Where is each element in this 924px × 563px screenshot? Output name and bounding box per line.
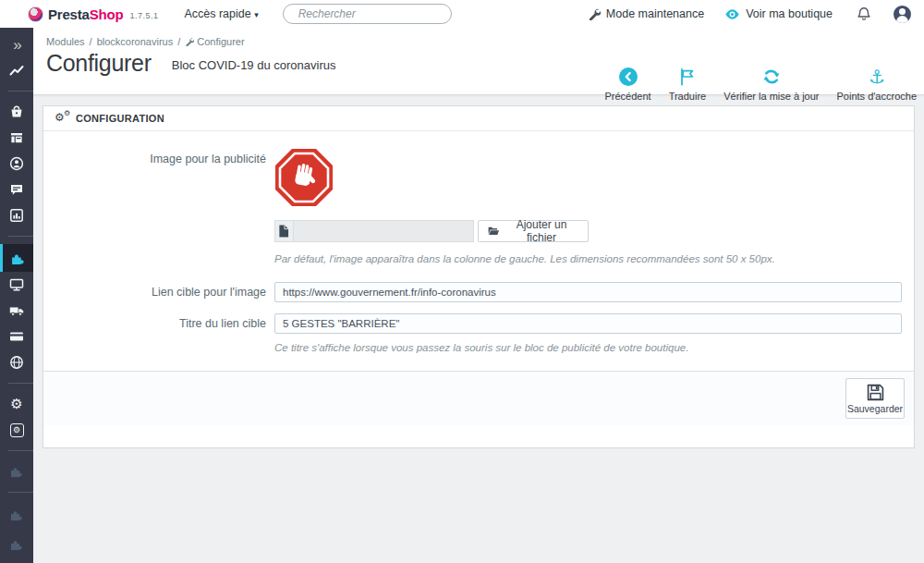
page-header: Modules / blockcoronavirus / Configurer … xyxy=(33,28,924,95)
panel-title: CONFIGURATION xyxy=(76,113,164,124)
module-puzzle-dim-icon xyxy=(9,464,24,479)
sidebar-item-module-extra-1[interactable] xyxy=(0,459,33,484)
breadcrumb: Modules / blockcoronavirus / Configurer xyxy=(33,28,924,47)
chevron-down-icon: ▾ xyxy=(254,10,259,19)
sidebar-item-shipping[interactable] xyxy=(0,298,33,324)
modules-puzzle-icon xyxy=(10,251,26,266)
check-update-button[interactable]: Vérifier la mise à jour xyxy=(723,67,819,102)
title-help-text: Ce titre s'affiche lorsque vous passez l… xyxy=(274,342,902,353)
panel-footer: Sauvegarder xyxy=(43,371,914,425)
sidebar-item-dashboard[interactable] xyxy=(0,57,33,83)
translate-button[interactable]: Traduire xyxy=(669,67,707,102)
version-label: 1.7.5.1 xyxy=(129,11,158,20)
configuration-panel: ⚙⚙ CONFIGURATION Image pour la publicité xyxy=(43,105,915,448)
top-bar: PrestaShop 1.7.5.1 Accès rapide ▾ Mode m… xyxy=(0,0,924,28)
avatar-person-icon xyxy=(899,8,906,15)
logo-text: PrestaShop xyxy=(48,6,123,22)
notifications-bell-icon[interactable] xyxy=(857,6,871,22)
sidebar-item-catalog[interactable] xyxy=(0,125,33,151)
image-help-text: Par défaut, l'image apparaîtra dans la c… xyxy=(274,253,902,264)
sync-icon xyxy=(762,67,781,86)
main-content: ⚙⚙ CONFIGURATION Image pour la publicité xyxy=(33,96,924,563)
main-menu-sidebar: » xyxy=(0,28,33,563)
sidebar-item-customers[interactable] xyxy=(0,151,33,177)
maintenance-mode-button[interactable]: Mode maintenance xyxy=(588,7,704,20)
back-circle-icon xyxy=(619,67,638,86)
sidebar-item-customer-service[interactable] xyxy=(0,177,33,202)
breadcrumb-blockcoronavirus[interactable]: blockcoronavirus xyxy=(97,36,174,47)
sidebar-divider xyxy=(8,236,33,237)
sidebar-item-international[interactable] xyxy=(0,349,33,375)
wrench-icon xyxy=(588,7,601,20)
folder-open-icon xyxy=(488,226,499,237)
module-puzzle-dim-icon xyxy=(9,537,24,552)
link-field-label: Lien cible pour l'image xyxy=(43,282,274,302)
sidebar-item-module-extra-3[interactable] xyxy=(0,532,33,557)
global-search[interactable] xyxy=(283,4,452,24)
add-file-button[interactable]: Ajouter un fichier xyxy=(478,220,589,242)
configuration-form: Image pour la publicité xyxy=(43,131,914,447)
catalog-store-icon xyxy=(9,130,24,145)
cogs-icon: ⚙⚙ xyxy=(55,112,70,125)
prestashop-logo[interactable]: PrestaShop 1.7.5.1 xyxy=(0,6,158,22)
sidebar-item-payment[interactable] xyxy=(0,324,33,349)
dashboard-chart-icon xyxy=(9,63,24,78)
panel-header: ⚙⚙ CONFIGURATION xyxy=(43,106,914,131)
module-puzzle-dim-icon xyxy=(9,508,24,522)
design-monitor-icon xyxy=(9,277,24,292)
link-url-input[interactable] xyxy=(274,282,902,302)
maintenance-mode-label: Mode maintenance xyxy=(606,7,704,20)
topbar-right: Mode maintenance Voir ma boutique xyxy=(567,6,924,23)
sidebar-item-modules-active[interactable] xyxy=(0,244,33,272)
stats-icon xyxy=(9,208,24,223)
previous-button[interactable]: Précédent xyxy=(604,67,650,102)
view-shop-button[interactable]: Voir ma boutique xyxy=(724,7,833,20)
wrench-icon xyxy=(185,37,194,46)
prestashop-logo-icon xyxy=(28,6,43,22)
view-shop-label: Voir ma boutique xyxy=(746,7,833,20)
page-title: Configurer xyxy=(46,50,152,77)
international-globe-icon xyxy=(9,355,24,370)
quick-access-dropdown[interactable]: Accès rapide ▾ xyxy=(184,7,258,20)
user-profile-avatar[interactable] xyxy=(894,6,911,23)
link-row: Lien cible pour l'image xyxy=(43,282,914,302)
title-row-field: Titre du lien cible Ce titre s'affiche l… xyxy=(43,313,914,353)
file-name-zone xyxy=(294,220,474,242)
shop-parameters-gear-icon: ⚙ xyxy=(10,398,22,411)
sidebar-item-shop-parameters[interactable]: ⚙ xyxy=(0,391,33,417)
shipping-truck-icon xyxy=(9,303,24,318)
image-row: Image pour la publicité xyxy=(43,148,914,264)
page-subtitle: Bloc COVID-19 du coronavirus xyxy=(172,58,336,77)
breadcrumb-current: Configurer xyxy=(197,36,244,47)
customer-service-chat-icon xyxy=(9,182,24,197)
sidebar-divider xyxy=(8,492,33,493)
flag-icon xyxy=(678,67,697,86)
breadcrumb-modules[interactable]: Modules xyxy=(46,36,85,47)
hook-points-button[interactable]: ⚓ Points d'accroche xyxy=(837,67,917,102)
search-input[interactable] xyxy=(298,7,444,20)
sidebar-item-advanced-parameters[interactable]: ⚙ xyxy=(0,417,33,443)
sidebar-item-orders[interactable] xyxy=(0,99,33,125)
file-prepend-box xyxy=(274,220,294,242)
save-button[interactable]: Sauvegarder xyxy=(845,378,905,419)
page-toolbar: Précédent Traduire Vérifier la mise à xyxy=(587,67,917,102)
double-chevron-icon: » xyxy=(13,37,19,53)
file-icon xyxy=(278,225,289,238)
sidebar-collapse-toggle[interactable]: » xyxy=(0,31,33,57)
floppy-disk-icon xyxy=(867,384,884,401)
sidebar-item-stats[interactable] xyxy=(0,202,33,228)
file-upload-group: Ajouter un fichier xyxy=(274,220,589,242)
link-title-input[interactable] xyxy=(274,313,902,334)
advanced-parameters-gear-icon: ⚙ xyxy=(10,423,24,437)
orders-bag-icon xyxy=(9,104,24,119)
sidebar-divider xyxy=(8,383,33,384)
eye-icon xyxy=(724,8,740,20)
payment-card-icon xyxy=(9,329,24,344)
sidebar-divider xyxy=(8,91,33,92)
stop-sign-hand-image xyxy=(274,148,334,207)
sidebar-divider xyxy=(8,450,33,451)
anchor-icon: ⚓ xyxy=(869,67,885,86)
image-field-label: Image pour la publicité xyxy=(43,148,274,264)
sidebar-item-module-extra-2[interactable] xyxy=(0,502,33,528)
sidebar-item-design[interactable] xyxy=(0,272,33,298)
